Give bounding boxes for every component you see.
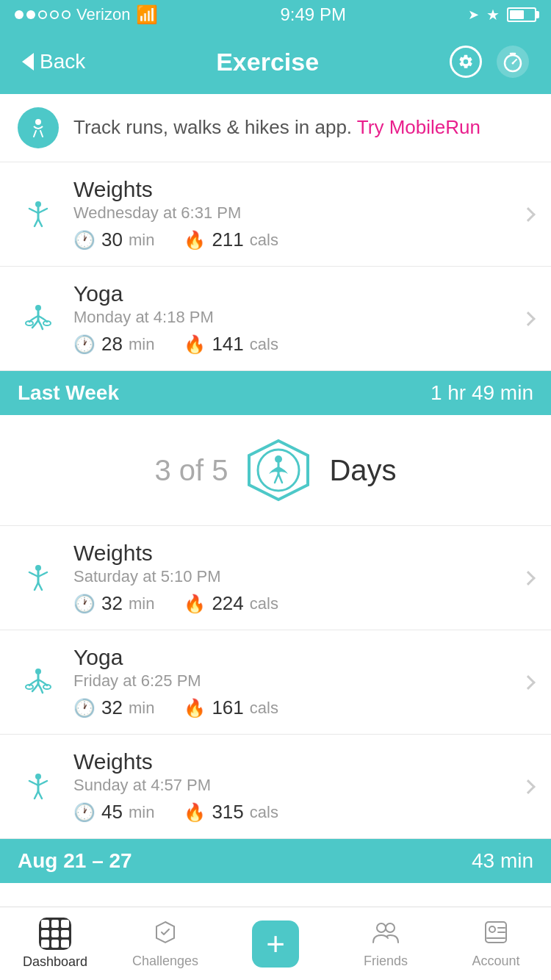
- duration-stat-5: 🕐 45 min: [73, 801, 154, 824]
- calories-value-1: 211: [212, 228, 243, 251]
- tab-account[interactable]: Account: [441, 907, 551, 980]
- dot-4: [50, 10, 59, 19]
- last-week-label: Last Week: [18, 381, 119, 405]
- nav-icons: [450, 46, 529, 78]
- exercise-stats-5: 🕐 45 min 🔥 315 cals: [73, 801, 508, 824]
- calories-value-3: 224: [212, 592, 243, 615]
- svg-line-24: [29, 572, 32, 574]
- exercise-item-weights-2[interactable]: Weights Saturday at 5:10 PM 🕐 32 min 🔥 2…: [0, 526, 551, 630]
- chevron-right-5: [521, 779, 536, 794]
- settings-icon[interactable]: [450, 46, 482, 78]
- calories-unit-3: cals: [250, 594, 278, 613]
- exercise-item-yoga-2[interactable]: Yoga Friday at 6:25 PM 🕐 32 min 🔥 161 ca…: [0, 630, 551, 735]
- dot-5: [62, 10, 71, 19]
- last-week-header: Last Week 1 hr 49 min: [0, 371, 551, 415]
- chevron-left-icon: [22, 53, 34, 71]
- duration-value-1: 30: [101, 228, 123, 251]
- back-label: Back: [40, 50, 85, 73]
- status-bar: Verizon 📶 9:49 PM ➤ ★: [0, 0, 551, 29]
- duration-stat-3: 🕐 32 min: [73, 592, 154, 615]
- dot-3: [38, 10, 47, 19]
- svg-line-26: [35, 583, 38, 590]
- exercise-when-2: Monday at 4:18 PM: [73, 308, 508, 327]
- dot-1: [15, 10, 24, 19]
- mobilerun-link[interactable]: Try MobileRun: [357, 116, 480, 138]
- svg-point-41: [386, 923, 395, 932]
- svg-line-25: [44, 572, 47, 574]
- calories-unit-5: cals: [250, 803, 278, 822]
- calories-unit-4: cals: [250, 699, 278, 718]
- svg-line-35: [29, 781, 32, 782]
- duration-value-3: 32: [101, 592, 123, 615]
- flame-icon-2: 🔥: [184, 334, 206, 355]
- bluetooth-icon: ★: [486, 6, 500, 24]
- calories-stat-1: 🔥 211 cals: [184, 228, 278, 251]
- tab-add[interactable]: +: [220, 907, 331, 980]
- flame-icon-3: 🔥: [184, 594, 206, 614]
- back-button[interactable]: Back: [22, 50, 85, 73]
- tab-bar: Dashboard Challenges + Friends: [0, 907, 551, 980]
- exercise-item-weights-3[interactable]: Weights Sunday at 4:57 PM 🕐 45 min 🔥 315…: [0, 735, 551, 839]
- weights-icon-2: [18, 562, 59, 594]
- clock-icon-4: 🕐: [73, 698, 96, 718]
- days-label: Days: [329, 454, 396, 487]
- week-summary: 3 of 5 Days: [0, 415, 551, 526]
- location-icon: ➤: [468, 7, 479, 23]
- svg-point-30: [43, 685, 51, 689]
- exercise-when-5: Sunday at 4:57 PM: [73, 776, 508, 795]
- duration-value-4: 32: [101, 696, 123, 719]
- svg-point-16: [43, 321, 51, 325]
- svg-line-12: [35, 219, 38, 226]
- exercise-item-weights-1[interactable]: Weights Wednesday at 6:31 PM 🕐 30 min 🔥 …: [0, 162, 551, 267]
- flame-icon-4: 🔥: [184, 698, 206, 718]
- svg-line-10: [29, 209, 32, 210]
- tab-dashboard[interactable]: Dashboard: [0, 907, 110, 980]
- content-area: Track runs, walks & hikes in app. Try Mo…: [0, 94, 551, 907]
- flame-icon-1: 🔥: [184, 230, 206, 251]
- clock-icon-2: 🕐: [73, 334, 96, 355]
- add-icon: +: [252, 920, 299, 968]
- svg-point-40: [377, 923, 386, 932]
- battery-icon: [507, 7, 536, 22]
- chevron-right-3: [521, 571, 536, 586]
- exercise-name-4: Yoga: [73, 645, 508, 670]
- signal-dots: [15, 10, 71, 19]
- exercise-stats-3: 🕐 32 min 🔥 224 cals: [73, 592, 508, 615]
- exercise-item-yoga-1[interactable]: Yoga Monday at 4:18 PM 🕐 28 min 🔥 141 ca…: [0, 267, 551, 371]
- yoga-icon-1: [18, 303, 59, 335]
- exercise-when-4: Friday at 6:25 PM: [73, 671, 508, 691]
- duration-unit-2: min: [129, 335, 154, 354]
- tab-dashboard-label: Dashboard: [23, 954, 87, 970]
- dot-2: [26, 10, 35, 19]
- exercise-info-4: Yoga Friday at 6:25 PM 🕐 32 min 🔥 161 ca…: [73, 645, 508, 719]
- tab-friends[interactable]: Friends: [331, 907, 441, 980]
- svg-line-38: [38, 791, 42, 799]
- chevron-right-4: [521, 675, 536, 690]
- calories-unit-2: cals: [250, 335, 278, 354]
- promo-row: Track runs, walks & hikes in app. Try Mo…: [0, 94, 551, 162]
- calories-stat-4: 🔥 161 cals: [184, 696, 278, 719]
- clock-icon-1: 🕐: [73, 230, 96, 251]
- tab-challenges[interactable]: Challenges: [110, 907, 220, 980]
- dashboard-icon: [39, 918, 71, 950]
- duration-stat-1: 🕐 30 min: [73, 228, 154, 251]
- account-icon: [483, 919, 509, 949]
- svg-point-4: [512, 62, 514, 65]
- wifi-icon: 📶: [136, 4, 158, 25]
- svg-point-29: [26, 685, 33, 689]
- exercise-name-2: Yoga: [73, 281, 508, 306]
- svg-line-36: [44, 781, 47, 782]
- yoga-icon-2: [18, 666, 59, 699]
- nav-bar: Back Exercise: [0, 29, 551, 94]
- exercise-stats-4: 🕐 32 min 🔥 161 cals: [73, 696, 508, 719]
- calories-stat-2: 🔥 141 cals: [184, 333, 278, 356]
- exercise-when-3: Saturday at 5:10 PM: [73, 567, 508, 586]
- clock-icon-5: 🕐: [73, 802, 96, 823]
- nav-title: Exercise: [216, 48, 319, 76]
- exercise-when-1: Wednesday at 6:31 PM: [73, 203, 508, 223]
- carrier-label: Verizon: [76, 5, 130, 24]
- stopwatch-icon[interactable]: [497, 46, 529, 78]
- calories-stat-5: 🔥 315 cals: [184, 801, 278, 824]
- weights-icon-1: [18, 198, 59, 231]
- exercise-name-5: Weights: [73, 749, 508, 774]
